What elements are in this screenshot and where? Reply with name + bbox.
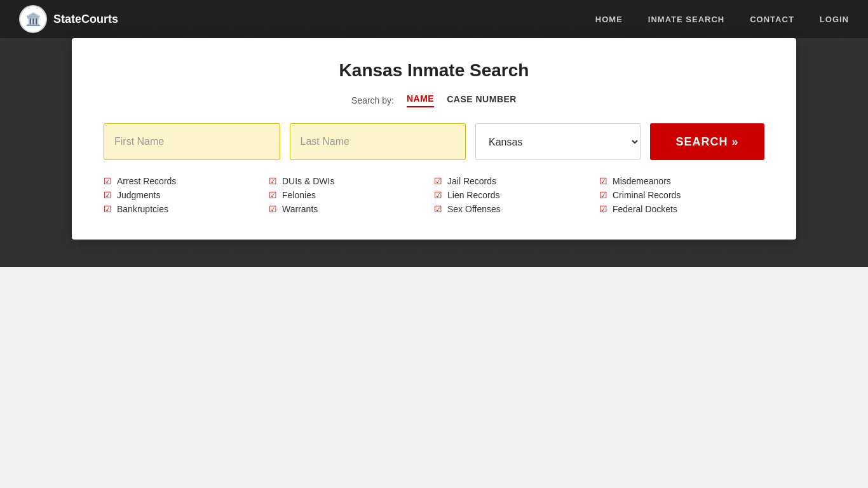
logo-link[interactable]: 🏛️ StateCourts xyxy=(19,5,118,33)
check-icon: ☑ xyxy=(269,204,277,214)
check-icon: ☑ xyxy=(104,190,112,200)
feature-criminal-records: ☑ Criminal Records xyxy=(599,190,764,200)
logo-icon: 🏛️ xyxy=(19,5,47,33)
feature-label: Lien Records xyxy=(447,190,500,200)
search-by-row: Search by: NAME CASE NUMBER xyxy=(104,93,764,107)
feature-label: Bankruptcies xyxy=(117,204,168,214)
feature-label: Misdemeanors xyxy=(613,176,671,186)
nav-links: HOME INMATE SEARCH CONTACT LOGIN xyxy=(595,13,849,25)
check-icon: ☑ xyxy=(599,204,607,214)
feature-felonies: ☑ Felonies xyxy=(269,190,434,200)
nav-login[interactable]: LOGIN xyxy=(820,15,849,24)
tab-name[interactable]: NAME xyxy=(407,93,434,107)
tab-case-number[interactable]: CASE NUMBER xyxy=(447,94,517,107)
search-modal: Kansas Inmate Search Search by: NAME CAS… xyxy=(72,38,796,240)
nav-contact[interactable]: CONTACT xyxy=(750,15,794,24)
feature-arrest-records: ☑ Arrest Records xyxy=(104,176,269,186)
feature-label: DUIs & DWIs xyxy=(282,176,334,186)
check-icon: ☑ xyxy=(269,176,277,186)
feature-label: Criminal Records xyxy=(613,190,681,200)
check-icon: ☑ xyxy=(269,190,277,200)
feature-duis: ☑ DUIs & DWIs xyxy=(269,176,434,186)
last-name-input[interactable] xyxy=(290,123,466,160)
search-by-label: Search by: xyxy=(351,95,394,105)
features-grid: ☑ Arrest Records ☑ DUIs & DWIs ☑ Jail Re… xyxy=(104,176,764,214)
feature-label: Federal Dockets xyxy=(613,204,677,214)
feature-label: Arrest Records xyxy=(117,176,176,186)
feature-bankruptcies: ☑ Bankruptcies xyxy=(104,204,269,214)
search-title: Kansas Inmate Search xyxy=(104,60,764,81)
state-select[interactable]: Kansas Missouri Oklahoma Nebraska Colora… xyxy=(475,123,641,160)
feature-sex-offenses: ☑ Sex Offenses xyxy=(434,204,599,214)
search-fields-row: Kansas Missouri Oklahoma Nebraska Colora… xyxy=(104,123,764,160)
check-icon: ☑ xyxy=(599,176,607,186)
feature-misdemeanors: ☑ Misdemeanors xyxy=(599,176,764,186)
hero-section: COURTHOUSE 🏛️ StateCourts HOME INMATE SE… xyxy=(0,0,868,267)
feature-label: Warrants xyxy=(282,204,318,214)
check-icon: ☑ xyxy=(104,204,112,214)
feature-lien-records: ☑ Lien Records xyxy=(434,190,599,200)
check-icon: ☑ xyxy=(104,176,112,186)
check-icon: ☑ xyxy=(434,190,442,200)
feature-label: Judgments xyxy=(117,190,160,200)
feature-jail-records: ☑ Jail Records xyxy=(434,176,599,186)
nav-home[interactable]: HOME xyxy=(595,15,623,24)
logo-text: StateCourts xyxy=(53,13,118,26)
check-icon: ☑ xyxy=(434,176,442,186)
feature-label: Sex Offenses xyxy=(447,204,501,214)
feature-federal-dockets: ☑ Federal Dockets xyxy=(599,204,764,214)
feature-label: Jail Records xyxy=(447,176,496,186)
search-button[interactable]: SEARCH » xyxy=(650,123,764,160)
nav-inmate-search[interactable]: INMATE SEARCH xyxy=(648,15,724,24)
navbar: 🏛️ StateCourts HOME INMATE SEARCH CONTAC… xyxy=(0,0,868,38)
feature-label: Felonies xyxy=(282,190,316,200)
feature-judgments: ☑ Judgments xyxy=(104,190,269,200)
check-icon: ☑ xyxy=(434,204,442,214)
first-name-input[interactable] xyxy=(104,123,280,160)
check-icon: ☑ xyxy=(599,190,607,200)
feature-warrants: ☑ Warrants xyxy=(269,204,434,214)
